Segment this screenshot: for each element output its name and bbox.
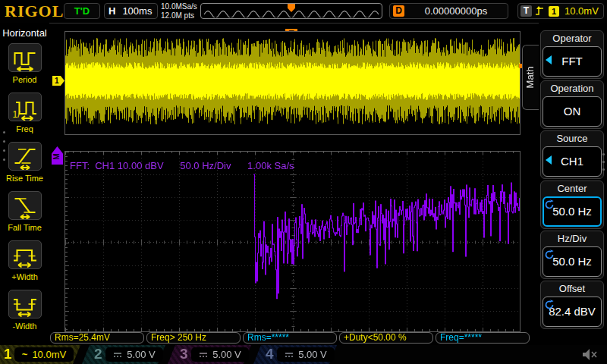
menu-item-rise-time[interactable]: Rise Time — [0, 141, 49, 190]
softkey-label: Offset — [541, 281, 603, 296]
ac-coupling-icon: ~ — [22, 349, 28, 360]
math-level-marker[interactable]: M — [52, 146, 63, 165]
page-indicator-dot — [3, 158, 5, 161]
menu-item-freq[interactable]: 1/ Freq — [0, 92, 49, 140]
knob-adjust-icon — [544, 300, 555, 310]
minus-width-icon — [8, 290, 42, 318]
horizontal-measure-menu: Horizontal Period 1/ Freq — [0, 23, 49, 345]
dc-coupling-icon — [113, 351, 122, 359]
measurement-slot: Freq=***** — [436, 332, 530, 344]
trigger-badge: T — [521, 5, 532, 17]
softkey-operator[interactable]: Operator FFT — [540, 30, 604, 79]
measurement-slot: Rms=25.4mV — [50, 332, 144, 344]
rise-time-icon — [8, 142, 42, 171]
softkey-operation[interactable]: Operation ON — [540, 80, 604, 129]
waveform-display-area: T 1 M FFT: CH1 10.00 dBV 50.0 Hz/Div 1.0… — [49, 23, 539, 345]
dc-coupling-icon — [285, 351, 294, 359]
oscilloscope-screen: RIGOL T'D H 100ms 10.0MSa/s 12.0M pts D … — [0, 0, 607, 364]
menu-item-label: Rise Time — [0, 174, 49, 183]
page-indicator-dot — [602, 153, 605, 155]
channel1-level-marker[interactable]: 1 — [52, 76, 64, 86]
menu-item-label: +Width — [0, 272, 49, 281]
measurement-readout-bar: Rms=25.4mV Freq> 250 Hz Rms=***** +Duty<… — [50, 332, 530, 344]
measurement-slot: +Duty<50.00 % — [339, 332, 433, 344]
status-bar: RIGOL T'D H 100ms 10.0MSa/s 12.0M pts D … — [0, 0, 607, 23]
menu-item-label: -Width — [0, 322, 49, 331]
timebase-value: 100ms — [122, 5, 152, 17]
softkey-label: Operation — [541, 81, 603, 96]
softkey-source[interactable]: Source CH1 — [540, 130, 604, 179]
delay-badge: D — [393, 5, 404, 17]
plus-width-icon — [8, 240, 42, 269]
dc-coupling-icon — [199, 351, 208, 359]
trigger-status-badge: T'D — [64, 3, 100, 19]
channel4-scale-box: 5.00 V — [277, 347, 335, 362]
softkey-hzdiv[interactable]: Hz/Div 50.0 Hz — [540, 231, 604, 279]
channel1-scale-box: ~ 10.0mV — [14, 347, 74, 362]
channel2-number: 2 — [94, 346, 102, 362]
channel4-scale: 5.00 V — [298, 349, 327, 360]
trigger-source-badge: 1 — [549, 6, 559, 17]
fft-sample-rate: 1.00k Sa/s — [247, 160, 294, 171]
page-indicator-dot — [3, 140, 5, 143]
channel4-number: 4 — [266, 346, 274, 362]
menu-item-label: Period — [0, 75, 49, 84]
channel3-scale-box: 5.00 V — [191, 347, 249, 362]
trigger-box: T 1 10.0mV — [517, 3, 604, 19]
menu-item-label: Fall Time — [0, 223, 49, 232]
measurement-slot: Rms=***** — [243, 332, 337, 344]
softkey-label: Hz/Div — [541, 231, 603, 246]
svg-text:1/: 1/ — [12, 109, 20, 120]
channel3-scale: 5.00 V — [212, 349, 241, 360]
h-label: H — [109, 5, 115, 17]
channel3-status[interactable]: 3 5.00 V — [168, 345, 251, 364]
chevron-left-icon — [546, 155, 552, 165]
knob-adjust-icon — [544, 249, 555, 260]
menu-item-plus-width[interactable]: +Width — [0, 240, 49, 288]
page-indicator-dot — [3, 149, 5, 152]
measurement-slot: Freq> 250 Hz — [146, 332, 241, 344]
menu-item-period[interactable]: Period — [0, 42, 49, 91]
fft-prefix: FFT: — [70, 160, 95, 171]
channel2-status[interactable]: 2 5.00 V — [82, 345, 165, 364]
period-icon — [8, 43, 42, 72]
channel-status-bar: 1 ~ 10.0mV 2 5.00 V 3 5.00 — [0, 345, 607, 364]
softkey-center[interactable]: Center 50.0 Hz — [540, 180, 604, 229]
horizontal-timebase-box: H 100ms — [104, 3, 158, 19]
menu-item-fall-time[interactable]: Fall Time — [0, 190, 49, 239]
menu-item-minus-width[interactable]: -Width — [0, 289, 49, 337]
time-domain-waveform — [65, 32, 520, 134]
trigger-level-value: 10.0mV — [565, 5, 599, 17]
softkey-label: Operator — [541, 31, 603, 46]
math-softkey-menu: Operator FFT Operation ON Source CH1 Cen… — [539, 23, 607, 345]
page-indicator-dot — [3, 131, 5, 133]
freq-icon: 1/ — [8, 93, 42, 121]
memory-depth: 12.0M pts — [161, 11, 197, 20]
channel2-scale: 5.00 V — [127, 349, 156, 360]
page-indicator-dot — [602, 161, 605, 163]
channel4-status[interactable]: 4 5.00 V — [253, 345, 337, 364]
channel1-status[interactable]: 1 ~ 10.0mV — [0, 345, 80, 364]
softkey-offset[interactable]: Offset 82.4 dBV — [540, 281, 604, 329]
rigol-logo: RIGOL — [5, 2, 64, 21]
left-menu-title: Horizontal — [0, 23, 49, 39]
speaker-muted-icon[interactable] — [581, 347, 598, 362]
channel3-number: 3 — [180, 346, 188, 362]
page-indicator-dot — [602, 168, 605, 171]
softkey-label: Center — [541, 181, 603, 196]
sample-rate: 10.0MSa/s — [161, 2, 197, 11]
fft-source-scale: CH1 10.00 dBV — [95, 160, 180, 171]
time-domain-window — [64, 31, 521, 135]
fft-settings-readout: FFT: CH1 10.00 dBV 50.0 Hz/Div 1.00k Sa/… — [70, 160, 294, 171]
knob-adjust-icon — [544, 199, 555, 210]
acquisition-info: 10.0MSa/s 12.0M pts — [161, 2, 197, 20]
chevron-left-icon — [546, 55, 552, 64]
fft-window — [64, 151, 521, 332]
channel1-number: 1 — [4, 346, 12, 362]
fall-time-icon — [8, 191, 42, 220]
trigger-edge-icon — [535, 5, 545, 17]
channel2-scale-box: 5.00 V — [105, 347, 163, 362]
fft-hzdiv: 50.0 Hz/Div — [180, 160, 247, 171]
delay-box: D 0.00000000ps — [389, 3, 508, 19]
softkey-label: Source — [541, 131, 603, 146]
